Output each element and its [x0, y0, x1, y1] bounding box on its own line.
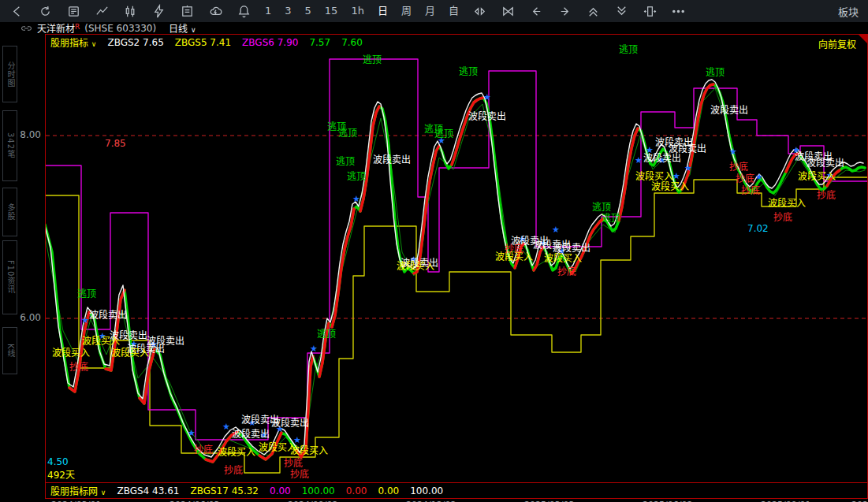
period-周[interactable]: 周	[401, 0, 412, 22]
period-1[interactable]: 1	[265, 0, 271, 22]
sidebar-tab-1[interactable]: 分时图	[2, 46, 17, 102]
period-1h[interactable]: 1h	[351, 0, 364, 22]
signal-label: 波段买入	[290, 444, 328, 456]
signal-star-icon: ★	[352, 194, 360, 204]
signal-label: 逃顶	[347, 171, 366, 182]
toolbar-left-icons	[9, 4, 251, 19]
signal-label: 抄底	[817, 189, 836, 201]
signal-label: 波段卖出	[373, 154, 411, 165]
signal-star-icon: ★	[310, 344, 318, 354]
price-line-green	[46, 84, 865, 462]
split-view-icon[interactable]	[472, 4, 487, 19]
signal-label: 逃顶	[459, 66, 478, 77]
collapse-down-icon[interactable]	[614, 4, 629, 19]
indicator-value: 100.00	[302, 485, 335, 496]
signal-label: 逃顶	[619, 44, 638, 55]
symbol-bar: 天洋新材R (SHSE 603330) 日线 ∨	[0, 22, 868, 34]
indicator-value: 7.60	[341, 37, 363, 48]
signal-label: 波段买入	[82, 335, 120, 347]
signal-star-icon: ★	[755, 172, 763, 182]
signal-label: 波段卖出	[669, 143, 706, 154]
indicator-values: ZBGS2 7.65ZBGS5 7.41ZBGS6 7.907.577.60	[107, 37, 362, 48]
signal-label: 波段卖出	[553, 242, 590, 254]
signal-star-icon: ★	[635, 155, 643, 165]
refresh-icon[interactable]	[38, 4, 53, 19]
sub-indicator-bar: 股朋指标网 ∨ ZBGS4 43.61ZBGS17 45.320.00100.0…	[45, 482, 868, 499]
indicator-value: ZBGS5 7.41	[175, 37, 231, 48]
signal-label: 抄底	[736, 173, 754, 184]
sub-indicator-dropdown[interactable]: 股朋指标网 ∨	[50, 484, 106, 497]
sidebar-tab-3[interactable]: 多股	[2, 188, 17, 236]
insert-column-icon[interactable]	[643, 4, 658, 19]
y-axis-label: 8.00	[16, 129, 41, 140]
trend-line-icon[interactable]	[95, 4, 110, 19]
signal-star-icon: ★	[684, 163, 692, 173]
main-chart[interactable]: ★★★★★★★★★★★★★★★★★★★★★★★★★★★★逃顶逃顶逃顶逃顶逃顶逃顶…	[45, 34, 868, 482]
signal-label: 抄底	[224, 464, 243, 476]
period-自[interactable]: 自	[449, 0, 459, 22]
ref-price-label: 492天	[47, 470, 75, 481]
signal-label: 抄底	[290, 468, 309, 480]
signal-label: 抄底	[729, 161, 748, 173]
band-lower-yellow	[46, 177, 867, 473]
cloud-sync-icon[interactable]	[208, 4, 223, 19]
period-3[interactable]: 3	[285, 0, 291, 22]
ref-price-label: 7.02	[747, 223, 769, 234]
sidebar-tab-4[interactable]: F10资讯	[2, 240, 17, 314]
period-日[interactable]: 日	[378, 0, 388, 22]
lightning-tick-icon[interactable]	[151, 4, 166, 19]
price-line-white	[46, 80, 863, 457]
signal-label: 波段买入	[798, 170, 836, 182]
signal-label: 波段卖出	[807, 157, 844, 169]
period-dropdown[interactable]: 日线 ∨	[169, 21, 196, 35]
pan-right-icon[interactable]	[557, 4, 572, 19]
link-icon[interactable]	[20, 24, 32, 33]
signal-label: 逃顶	[592, 202, 611, 213]
indicator-name-dropdown[interactable]: 股朋指标 ∨	[50, 35, 96, 49]
period-5[interactable]: 5	[305, 0, 311, 22]
corner-fold-icon	[859, 35, 867, 43]
order-panel-icon[interactable]	[180, 4, 195, 19]
signal-star-icon: ★	[81, 315, 89, 325]
indicator-value: ZBGS4 43.61	[117, 485, 179, 496]
sub-indicator-values: ZBGS4 43.61ZBGS17 45.320.00100.000.000.0…	[117, 485, 443, 496]
signal-label: 波段卖出	[468, 110, 506, 122]
signal-label: 波段卖出	[710, 104, 748, 116]
signal-label: 逃顶	[336, 156, 355, 167]
back-icon[interactable]	[9, 4, 24, 19]
chevron-down-icon: ∨	[101, 489, 106, 496]
news-icon[interactable]	[66, 4, 81, 19]
indicator-value: ZBGS17 45.32	[190, 485, 259, 496]
signal-label: 波段买入	[218, 446, 255, 458]
signal-label: 抄底	[557, 266, 576, 277]
signal-label: 抄底	[194, 444, 213, 456]
indicator-header: 股朋指标 ∨ ZBGS2 7.65ZBGS5 7.41ZBGS6 7.907.5…	[50, 35, 363, 49]
compress-icon[interactable]	[501, 4, 516, 19]
signal-label: 波段买入	[111, 347, 149, 359]
signal-label: 波段买入	[635, 170, 673, 182]
board-tab[interactable]: 板块	[838, 4, 859, 19]
indicator-value: 0.00	[270, 485, 291, 496]
signal-label: 波段卖出	[147, 335, 184, 347]
signal-label: 波段买入	[544, 252, 582, 264]
signal-star-icon: ★	[483, 92, 491, 102]
left-sidebar: 分时图342笔多股F10资讯K线	[0, 34, 45, 502]
sidebar-tab-2[interactable]: 342笔	[2, 110, 17, 181]
alert-bell-icon[interactable]	[237, 4, 251, 19]
period-15[interactable]: 15	[325, 0, 338, 22]
period-月[interactable]: 月	[425, 0, 435, 22]
collapse-up-icon[interactable]	[586, 4, 601, 19]
pan-left-icon[interactable]	[529, 4, 544, 19]
sidebar-tab-5[interactable]: K线	[2, 327, 17, 374]
more-icon[interactable]	[671, 4, 686, 19]
adjust-mode-label[interactable]: 向前复权	[818, 37, 856, 50]
signal-label: 波段卖出	[232, 428, 270, 440]
signal-label: 波段买入	[768, 197, 806, 209]
indicator-value: ZBGS6 7.90	[242, 37, 298, 48]
indicator-value: 7.57	[309, 37, 330, 48]
signal-label: 逃顶	[338, 128, 357, 139]
chart-canvas[interactable]: ★★★★★★★★★★★★★★★★★★★★★★★★★★★★逃顶逃顶逃顶逃顶逃顶逃顶…	[46, 35, 867, 482]
chevron-down-icon: ∨	[191, 26, 196, 34]
candlestick-icon[interactable]	[123, 4, 138, 19]
signal-star-icon: ★	[552, 225, 560, 235]
